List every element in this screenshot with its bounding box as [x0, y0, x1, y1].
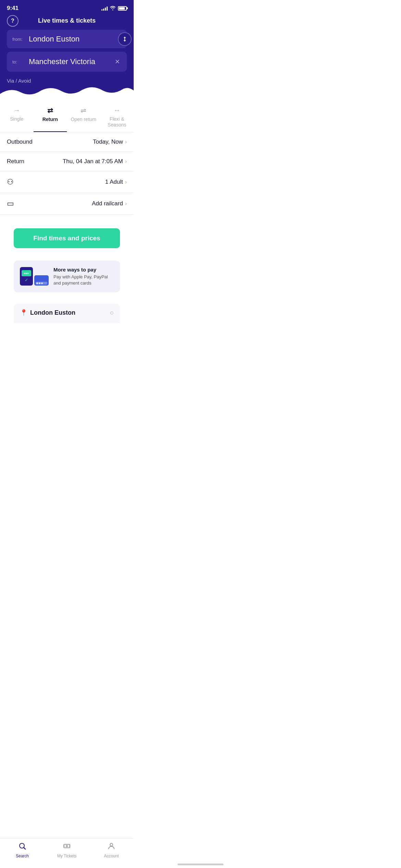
status-icons [101, 5, 127, 11]
swap-button[interactable] [118, 32, 132, 46]
status-time: 9:41 [7, 5, 19, 12]
railcard-row[interactable]: ▭ Add railcard › [0, 193, 134, 215]
payment-description: Pay with Apple Pay, PayPal and payment c… [53, 274, 114, 286]
payment-title: More ways to pay [53, 267, 114, 273]
from-field[interactable]: from: London Euston [7, 30, 127, 48]
payment-text: More ways to pay Pay with Apple Pay, Pay… [53, 267, 114, 286]
to-value: Manchester Victoria [29, 57, 113, 66]
return-value: Thu, 04 Jan at 7:05 AM › [63, 158, 127, 165]
return-icon: ⇄ [47, 106, 53, 114]
check-icon: ✓ [25, 277, 28, 282]
find-times-button[interactable]: Find times and prices [14, 228, 120, 248]
payment-card[interactable]: train ✓ More ways to pay Pay with Apple … [14, 261, 120, 292]
passengers-icon-label: ⚇ [7, 178, 14, 186]
phone-ticket-icon: train ✓ [20, 267, 33, 286]
signal-icon [101, 6, 108, 11]
location-name: 📍 London Euston [20, 309, 75, 316]
to-field[interactable]: to: Manchester Victoria ✕ [7, 52, 127, 72]
payment-icons: train ✓ [20, 267, 49, 286]
page-title: Live times & tickets [38, 17, 96, 24]
return-chevron: › [125, 158, 127, 165]
single-label: Single [10, 116, 23, 122]
location-more-icon: ○ [110, 309, 114, 317]
tab-flexi[interactable]: ↔ Flexi & Seasons [100, 106, 134, 132]
to-label: to: [12, 59, 26, 64]
snow-decoration [0, 84, 134, 101]
passengers-chevron: › [125, 179, 127, 185]
flexi-label: Flexi & Seasons [100, 116, 134, 128]
clear-to-button[interactable]: ✕ [113, 57, 121, 67]
from-value: London Euston [29, 35, 121, 44]
payment-section: train ✓ More ways to pay Pay with Apple … [0, 255, 134, 292]
person-icon: ⚇ [7, 178, 14, 186]
passengers-row[interactable]: ⚇ 1 Adult › [0, 171, 134, 193]
tab-single[interactable]: → Single [0, 106, 34, 132]
return-row[interactable]: Return Thu, 04 Jan at 7:05 AM › [0, 152, 134, 171]
wifi-icon [110, 5, 116, 11]
railcard-icon: ▭ [7, 199, 14, 208]
status-bar: 9:41 [0, 0, 134, 14]
location-peek-card[interactable]: 📍 London Euston ○ [14, 303, 120, 323]
railcard-value: Add railcard › [92, 200, 127, 207]
outbound-chevron: › [125, 139, 127, 145]
tab-return[interactable]: ⇄ Return [34, 106, 67, 132]
tab-open-return[interactable]: ⇌ Open return [67, 106, 100, 132]
outbound-value: Today, Now › [93, 138, 127, 145]
open-return-icon: ⇌ [81, 106, 86, 114]
return-label: Return [42, 117, 58, 122]
flexi-icon: ↔ [113, 106, 120, 114]
location-pin-icon: 📍 [20, 309, 27, 316]
credit-card-icon [34, 275, 49, 286]
outbound-label: Outbound [7, 138, 33, 145]
open-return-label: Open return [71, 117, 96, 122]
header: ? Live times & tickets from: London Eust… [0, 14, 134, 84]
ticket-type-tabs: → Single ⇄ Return ⇌ Open return ↔ Flexi … [0, 101, 134, 132]
outbound-row[interactable]: Outbound Today, Now › [0, 132, 134, 152]
find-button-wrapper: Find times and prices [0, 215, 134, 255]
from-label: from: [12, 37, 26, 42]
ticket-brand-icon: train [22, 270, 31, 276]
return-label: Return [7, 158, 24, 165]
location-section: 📍 London Euston ○ [0, 298, 134, 357]
via-avoid-link[interactable]: Via / Avoid [7, 74, 127, 84]
battery-icon [118, 6, 127, 11]
single-icon: → [13, 106, 20, 114]
railcard-chevron: › [125, 201, 127, 207]
passengers-value: 1 Adult › [105, 179, 127, 185]
help-button[interactable]: ? [7, 15, 19, 27]
railcard-icon-label: ▭ [7, 199, 14, 208]
